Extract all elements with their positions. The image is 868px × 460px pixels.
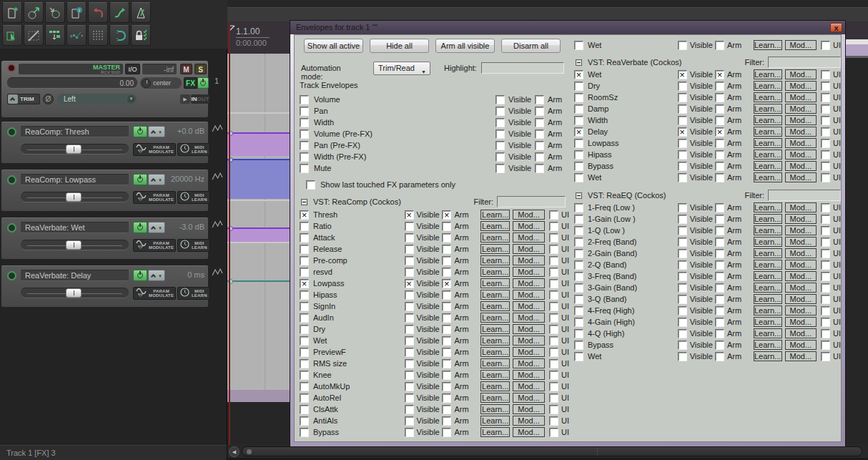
param-envelope-checkbox[interactable] <box>300 393 309 403</box>
arm-checkbox[interactable] <box>442 371 451 380</box>
arm-checkbox[interactable] <box>442 210 451 220</box>
arm-checkbox[interactable] <box>715 203 724 212</box>
master-name-bar[interactable]: MASTER RCV SND <box>19 64 123 74</box>
param-modulate-button[interactable]: PARAMMODULATE <box>133 287 176 300</box>
param-envelope-checkbox[interactable] <box>574 329 583 338</box>
midi-learn-button[interactable]: MIDILEARN <box>177 287 210 300</box>
ui-checkbox[interactable] <box>549 348 558 357</box>
arm-checkbox[interactable] <box>442 405 451 414</box>
arm-checkbox[interactable] <box>535 141 544 150</box>
redo-button[interactable] <box>109 2 129 23</box>
record-arm-icon[interactable] <box>7 64 16 72</box>
learn-button[interactable]: Learn... <box>480 267 510 277</box>
param-envelope-checkbox[interactable] <box>574 272 583 281</box>
arm-checkbox[interactable] <box>442 233 451 243</box>
channel-select-dropdown[interactable]: Left▼ <box>57 94 137 104</box>
param-envelope-checkbox[interactable] <box>300 359 309 368</box>
visible-checkbox[interactable] <box>405 256 414 265</box>
visible-checkbox[interactable] <box>405 405 414 414</box>
param-envelope-checkbox[interactable] <box>300 245 309 254</box>
mod-button[interactable]: Mod... <box>785 104 817 114</box>
arm-checkbox[interactable] <box>715 260 724 270</box>
envelope-name-field[interactable]: ReaComp: Thresh <box>21 126 129 137</box>
learn-button[interactable]: Learn... <box>480 210 510 220</box>
ui-checkbox[interactable] <box>821 173 830 182</box>
mod-button[interactable]: Mod... <box>513 210 545 220</box>
arm-checkbox[interactable] <box>715 162 724 171</box>
visible-checkbox[interactable] <box>495 129 505 139</box>
learn-button[interactable]: Learn... <box>754 172 782 182</box>
visible-checkbox[interactable] <box>678 127 687 137</box>
arm-checkbox[interactable] <box>715 283 724 293</box>
visible-checkbox[interactable] <box>405 233 414 243</box>
input-button[interactable]: INOUT <box>191 94 209 104</box>
param-envelope-checkbox[interactable] <box>300 256 309 265</box>
show-all-active-button[interactable]: Show all active <box>304 39 363 53</box>
visible-checkbox[interactable] <box>495 164 505 173</box>
param-envelope-checkbox[interactable] <box>574 41 583 50</box>
arm-checkbox[interactable] <box>715 70 724 79</box>
visible-checkbox[interactable] <box>405 371 414 380</box>
learn-button[interactable]: Learn... <box>754 225 782 235</box>
envelope-enable-button[interactable] <box>133 174 147 185</box>
slider-thumb[interactable] <box>66 145 82 154</box>
visible-checkbox[interactable] <box>405 268 414 277</box>
io-button[interactable]: I/O <box>125 64 140 74</box>
envelope-checkbox[interactable] <box>300 118 309 127</box>
param-envelope-checkbox[interactable] <box>300 302 309 311</box>
thresh-envelope[interactable] <box>227 132 292 156</box>
visible-checkbox[interactable] <box>678 173 687 182</box>
ui-checkbox[interactable] <box>821 93 830 102</box>
arm-checkbox[interactable] <box>442 325 451 334</box>
learn-button[interactable]: Learn... <box>754 305 782 315</box>
mod-button[interactable]: Mod... <box>785 317 817 327</box>
param-envelope-checkbox[interactable] <box>574 215 583 224</box>
envelope-value-slider[interactable] <box>21 192 129 202</box>
ui-checkbox[interactable] <box>821 104 830 114</box>
mod-button[interactable]: Mod... <box>785 81 817 91</box>
learn-button[interactable]: Learn... <box>480 336 510 346</box>
visible-checkbox[interactable] <box>678 341 687 350</box>
param-envelope-checkbox[interactable] <box>300 268 309 277</box>
ui-checkbox[interactable] <box>821 329 830 338</box>
collapse-icon[interactable] <box>576 192 582 199</box>
mod-button[interactable]: Mod... <box>513 290 545 300</box>
delay-envelope[interactable] <box>227 280 292 282</box>
ui-checkbox[interactable] <box>821 306 830 315</box>
mod-button[interactable]: Mod... <box>513 416 545 426</box>
ui-checkbox[interactable] <box>821 150 830 160</box>
mod-button[interactable]: Mod... <box>785 351 817 361</box>
scroll-left-button[interactable]: ◀ <box>229 446 240 457</box>
learn-button[interactable]: Learn... <box>754 40 782 50</box>
visible-checkbox[interactable] <box>405 245 414 254</box>
arm-checkbox[interactable] <box>442 222 451 231</box>
mod-button[interactable]: Mod... <box>513 244 545 254</box>
mod-button[interactable]: Mod... <box>785 214 817 224</box>
arm-checkbox[interactable] <box>715 329 724 338</box>
collapse-icon[interactable] <box>301 199 307 205</box>
param-envelope-checkbox[interactable] <box>300 416 309 426</box>
media-item-edit-button[interactable] <box>2 25 22 46</box>
learn-button[interactable]: Learn... <box>754 69 782 79</box>
arm-checkbox[interactable] <box>442 245 451 254</box>
visible-checkbox[interactable] <box>678 150 687 160</box>
learn-button[interactable]: Learn... <box>754 237 782 247</box>
learn-button[interactable]: Learn... <box>480 347 510 357</box>
envelope-active-led[interactable] <box>7 175 16 185</box>
envelope-name-field[interactable]: ReaVerbate: Wet <box>21 222 129 233</box>
mod-button[interactable]: Mod... <box>785 294 817 304</box>
param-modulate-button[interactable]: PARAMMODULATE <box>133 239 176 252</box>
arm-checkbox[interactable] <box>442 256 451 265</box>
save-project-button[interactable] <box>45 2 65 23</box>
visible-checkbox[interactable] <box>678 272 687 281</box>
envelope-active-led[interactable] <box>7 223 16 233</box>
mod-button[interactable]: Mod... <box>513 278 545 288</box>
learn-button[interactable]: Learn... <box>754 271 782 281</box>
master-volume-slider[interactable]: 0.00 <box>7 77 137 89</box>
mod-button[interactable]: Mod... <box>785 115 817 125</box>
param-envelope-checkbox[interactable] <box>300 348 309 357</box>
visible-checkbox[interactable] <box>495 118 505 127</box>
mod-button[interactable]: Mod... <box>785 172 817 182</box>
learn-button[interactable]: Learn... <box>480 404 510 414</box>
ui-checkbox[interactable] <box>549 210 558 220</box>
